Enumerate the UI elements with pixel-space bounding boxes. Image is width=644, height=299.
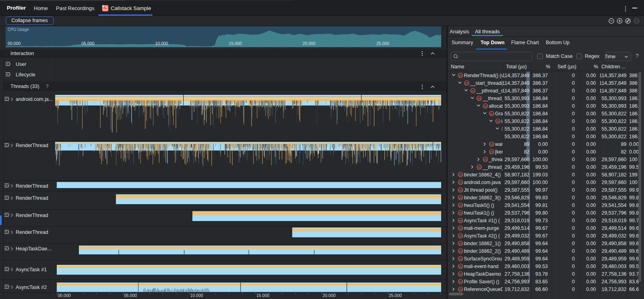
svg-text:binder:16862_3(): binder:16862_3(): [464, 195, 501, 201]
svg-text:m: m: [459, 272, 462, 276]
svg-text:29,459,196: 29,459,196: [504, 164, 529, 170]
svg-text:29,546,829: 29,546,829: [601, 195, 626, 201]
svg-text:386.37: 386.37: [533, 73, 548, 78]
svg-text:29,499,032: 29,499,032: [601, 233, 626, 239]
svg-text:HeapTaskDaemo: HeapTaskDaemo: [464, 271, 501, 277]
svg-text:186.: 186.: [629, 119, 639, 124]
svg-text:29,587,555: 29,587,555: [504, 187, 529, 193]
svg-text:186.: 186.: [629, 96, 639, 101]
svg-text:binder:16862_4(): binder:16862_4(): [464, 172, 501, 178]
svg-text:55,300,822: 55,300,822: [504, 119, 529, 124]
svg-text:0: 0: [572, 203, 575, 208]
svg-text:82: 82: [524, 149, 530, 155]
svg-text:114,357,849: 114,357,849: [599, 80, 627, 86]
svg-text:29,541,554: 29,541,554: [504, 203, 529, 208]
svg-text:29,597,660: 29,597,660: [601, 180, 626, 185]
svg-text:hwuiTask0() (): hwuiTask0() (): [464, 203, 494, 208]
svg-text:186.: 186.: [629, 103, 639, 109]
svg-text:186.: 186.: [629, 111, 639, 117]
svg-text:[kernel.kall: [kernel.kall: [495, 149, 518, 155]
svg-text:0: 0: [572, 164, 575, 170]
svg-text:0.00: 0.00: [586, 195, 596, 201]
svg-text:m: m: [459, 188, 462, 192]
svg-text:m: m: [490, 150, 493, 154]
svg-text:99.64: 99.64: [535, 248, 548, 254]
svg-text:0: 0: [572, 88, 575, 94]
svg-text:0.00: 0.00: [586, 164, 596, 170]
svg-text:m: m: [459, 280, 462, 284]
svg-text:186.84: 186.84: [533, 103, 548, 109]
svg-text:0: 0: [572, 157, 575, 162]
svg-text:100.00: 100.00: [533, 157, 548, 162]
svg-text:199: 199: [629, 172, 638, 178]
svg-text:99.81: 99.81: [535, 203, 548, 208]
svg-text:55,300,822: 55,300,822: [504, 111, 529, 117]
svg-text:99.9: 99.9: [629, 187, 639, 193]
svg-text:RenderThread: RenderThread: [16, 213, 48, 218]
svg-text:0: 0: [572, 126, 575, 132]
svg-text:29,459,196: 29,459,196: [601, 164, 626, 170]
svg-text:m: m: [459, 219, 462, 223]
svg-text:386: 386: [629, 88, 638, 94]
svg-text:186.84: 186.84: [533, 126, 548, 132]
svg-text:186.: 186.: [629, 126, 639, 132]
svg-text:0: 0: [572, 119, 575, 124]
svg-text:99.6: 99.6: [629, 241, 639, 246]
svg-text:0: 0: [572, 180, 575, 185]
svg-text:24,756,993: 24,756,993: [601, 279, 626, 285]
svg-text:29,460,003: 29,460,003: [601, 264, 626, 269]
svg-text:Jit thread pool(): Jit thread pool(): [464, 187, 497, 193]
svg-text:0.00: 0.00: [586, 241, 596, 246]
svg-text:27,758,136: 27,758,136: [504, 271, 529, 277]
svg-text:89: 89: [524, 141, 530, 147]
svg-text:99.5: 99.5: [629, 264, 639, 269]
svg-text:0: 0: [572, 264, 575, 269]
svg-text:20.000: 20.000: [323, 293, 336, 298]
svg-text:29,597,660: 29,597,660: [504, 157, 529, 162]
svg-text:55,300,822: 55,300,822: [504, 134, 529, 139]
svg-text:m: m: [459, 173, 462, 177]
svg-text:m: m: [471, 89, 475, 93]
svg-text:10.000: 10.000: [190, 293, 203, 298]
svg-text:29,518,019: 29,518,019: [601, 218, 626, 223]
svg-text:0: 0: [572, 96, 575, 101]
svg-text:29,597,660: 29,597,660: [504, 180, 529, 185]
svg-text:0: 0: [572, 195, 575, 201]
svg-text:RenderThread: RenderThread: [16, 143, 48, 148]
svg-text:0.00: 0.00: [629, 149, 639, 155]
svg-text:83.65: 83.65: [535, 279, 548, 285]
svg-text:m: m: [459, 242, 462, 246]
svg-text:100: 100: [629, 157, 638, 162]
svg-text:0.00: 0.00: [586, 126, 596, 132]
svg-text:0: 0: [572, 241, 575, 246]
svg-text:186.84: 186.84: [533, 111, 548, 117]
svg-text:25.000: 25.000: [389, 293, 402, 298]
svg-text:99.64: 99.64: [535, 256, 548, 262]
svg-text:0.00: 0.00: [586, 119, 596, 124]
svg-text:99.7: 99.7: [629, 218, 639, 223]
svg-text:83.6: 83.6: [629, 279, 639, 285]
svg-text:RenderThread() (v: RenderThread() (v: [464, 73, 504, 78]
svg-text:0.00: 0.00: [586, 210, 596, 216]
svg-text:99.6: 99.6: [629, 233, 639, 239]
svg-text:0.00: 0.00: [586, 256, 596, 262]
svg-text:99.8: 99.8: [629, 210, 639, 216]
svg-text:186.84: 186.84: [533, 134, 548, 139]
svg-text:0.00: 0.00: [586, 264, 596, 269]
svg-text:55,300,822: 55,300,822: [601, 111, 626, 117]
svg-text:m: m: [496, 119, 500, 123]
svg-text:58,907,182: 58,907,182: [601, 172, 626, 178]
svg-text:0.00: 0.00: [586, 141, 596, 147]
svg-text:93.7: 93.7: [629, 271, 639, 277]
svg-text:0.00: 0.00: [586, 271, 596, 277]
svg-text:55,300,993: 55,300,993: [504, 96, 529, 101]
svg-text:0: 0: [572, 225, 575, 231]
svg-text:AsyncTask #1: AsyncTask #1: [16, 267, 47, 272]
svg-text:55,300,822: 55,300,822: [601, 126, 626, 132]
svg-text:m: m: [478, 165, 481, 169]
svg-text:99.6: 99.6: [629, 256, 639, 262]
svg-text:93.78: 93.78: [535, 271, 548, 277]
svg-text:05.000: 05.000: [124, 293, 137, 298]
svg-text:0: 0: [572, 279, 575, 285]
svg-text:0: 0: [572, 271, 575, 277]
